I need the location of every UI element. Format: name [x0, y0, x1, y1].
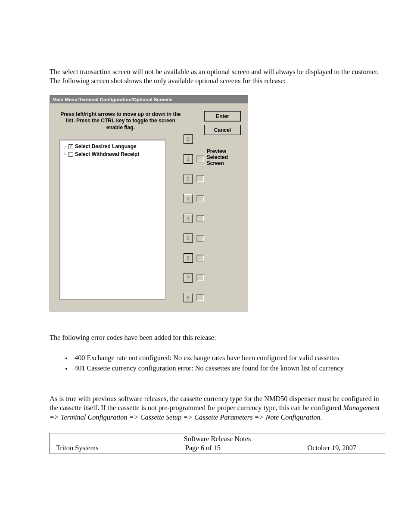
enter-button[interactable]: Enter	[204, 111, 241, 121]
page-footer: Software Release Notes Triton Systems Pa…	[50, 433, 385, 454]
tree-item-receipt[interactable]: └ Select Withdrawal Receipt	[63, 150, 162, 158]
slot-number-button[interactable]: 5	[184, 233, 193, 243]
preview-slot-5[interactable]: 5	[184, 233, 204, 243]
paragraph-intro: The select transaction screen will not b…	[50, 67, 385, 85]
tree-connector-icon: └	[63, 152, 67, 157]
error-list: 400 Exchange rate not configured: No exc…	[50, 353, 385, 373]
preview-slot-0[interactable]: 0	[184, 134, 204, 144]
footer-title: Software Release Notes	[50, 433, 385, 444]
slot-number-button[interactable]: 0	[184, 134, 193, 144]
tree-connector-icon: ┌	[63, 144, 67, 149]
dialog-screenshot: Main Menu/Terminal Configuration/Optiona…	[50, 95, 248, 311]
slot-number-button[interactable]: 6	[184, 253, 193, 263]
dialog-title-bar: Main Menu/Terminal Configuration/Optiona…	[50, 96, 248, 103]
slot-number-button[interactable]: 1	[184, 154, 193, 164]
slot-number-button[interactable]: 8	[184, 293, 193, 302]
preview-slot-1[interactable]: 1	[184, 154, 204, 164]
slot-preview-box	[196, 195, 204, 202]
checkbox-unchecked-icon[interactable]	[68, 152, 73, 157]
tree-item-label: Select Desired Language	[75, 143, 137, 149]
preview-slot-7[interactable]: 7	[184, 273, 204, 283]
slot-preview-box	[196, 294, 204, 301]
dialog-instructions: Press left/right arrows to move up or do…	[59, 111, 182, 131]
slot-preview-box	[196, 274, 204, 281]
slot-preview-box	[196, 156, 204, 162]
footer-company: Triton Systems	[56, 444, 98, 452]
preview-label: Preview Selected Screen	[207, 148, 241, 167]
paragraph-cassette: As is true with previous software releas…	[50, 394, 385, 422]
error-item-400: 400 Exchange rate not configured: No exc…	[72, 353, 385, 362]
slot-preview-box	[196, 255, 204, 261]
preview-slot-8[interactable]: 8	[184, 293, 204, 302]
cancel-button[interactable]: Cancel	[204, 125, 241, 135]
footer-page: Page 6 of 15	[185, 444, 221, 452]
preview-slot-4[interactable]: 4	[184, 214, 204, 223]
checkbox-checked-icon[interactable]: ✓	[68, 144, 73, 149]
footer-date: October 19, 2007	[307, 444, 356, 452]
tree-item-label: Select Withdrawal Receipt	[75, 151, 139, 157]
paragraph-cassette-text: As is true with previous software releas…	[50, 395, 379, 412]
tree-item-language[interactable]: ┌ ✓ Select Desired Language	[63, 143, 162, 150]
slot-preview-box	[196, 235, 204, 242]
error-item-401: 401 Cassette currency configuration erro…	[72, 364, 385, 373]
paragraph-errors-intro: The following error codes have been adde…	[50, 333, 385, 342]
slot-number-button[interactable]: 3	[184, 194, 193, 203]
preview-slot-3[interactable]: 3	[184, 194, 204, 203]
slot-number-button[interactable]: 7	[184, 273, 193, 283]
preview-slot-2[interactable]: 2	[184, 174, 204, 184]
slot-number-button[interactable]: 4	[184, 214, 193, 223]
slot-number-button[interactable]: 2	[184, 174, 193, 184]
slot-preview-box	[196, 215, 204, 222]
slot-preview-box	[196, 175, 204, 182]
preview-slot-6[interactable]: 6	[184, 253, 204, 263]
tree-panel[interactable]: ┌ ✓ Select Desired Language └ Select Wit…	[59, 140, 165, 300]
